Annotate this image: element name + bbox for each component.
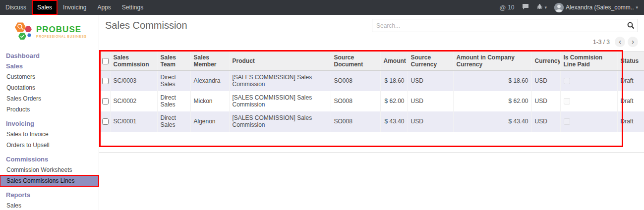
cell-product: [SALES COMMISSION] Sales Commission — [229, 71, 331, 91]
select-all-cell — [99, 52, 110, 71]
sidebar-item-sales-to-invoice[interactable]: Sales to Invoice — [0, 129, 99, 140]
mentions-button[interactable]: @ 10 — [500, 4, 515, 11]
cell-amount-company: $ 62.00 — [453, 91, 531, 111]
cell-amount: $ 62.00 — [380, 91, 408, 111]
cell-amount: $ 18.60 — [380, 71, 408, 91]
table-row[interactable]: SC/0003 Direct Sales Alexandra [SALES CO… — [99, 71, 644, 91]
debug-menu-button[interactable]: ▾ — [536, 3, 547, 11]
search-icon[interactable] — [627, 22, 635, 31]
app-logo[interactable]: PROBUSE PROFESSIONAL BUSINESS — [0, 15, 99, 48]
pager-next-button[interactable]: › — [628, 37, 638, 47]
cell-source-document: SO008 — [331, 71, 380, 91]
control-panel: Sales Commission — [99, 15, 644, 34]
cell-product: [SALES COMMISSION] Sales Commission — [229, 111, 331, 132]
topbar-menu-apps[interactable]: Apps — [92, 0, 116, 15]
messages-button[interactable] — [522, 3, 529, 11]
column-header-source-currency[interactable]: Source Currency — [408, 52, 453, 71]
sidebar-nav: Dashboard Sales Customers Quotations Sal… — [0, 51, 99, 210]
column-header-status[interactable]: Status — [617, 52, 644, 71]
is-commission-paid-checkbox — [564, 78, 570, 84]
search-input[interactable] — [372, 19, 638, 32]
sidebar: PROBUSE PROFESSIONAL BUSINESS Dashboard … — [0, 15, 99, 210]
topbar-menus: Discuss Sales Invoicing Apps Settings — [0, 0, 149, 15]
user-menu[interactable]: Alexandra (Sales_comm.. ▾ — [554, 3, 638, 12]
bug-icon — [536, 3, 543, 11]
select-all-checkbox[interactable] — [102, 58, 109, 64]
sidebar-heading-invoicing[interactable]: Invoicing — [0, 118, 99, 129]
sidebar-item-sales-orders[interactable]: Sales Orders — [0, 93, 99, 104]
logo-tagline: PROFESSIONAL BUSINESS — [36, 35, 87, 38]
column-header-product[interactable]: Product — [229, 52, 331, 71]
sidebar-item-quotations[interactable]: Quotations — [0, 82, 99, 93]
topbar-menu-sales[interactable]: Sales — [32, 0, 58, 15]
chat-bubble-icon — [522, 3, 529, 11]
sidebar-heading-sales[interactable]: Sales — [0, 61, 99, 71]
at-mention-icon: @ — [500, 4, 506, 11]
search-box — [372, 19, 638, 32]
page-title: Sales Commission — [105, 20, 187, 31]
caret-down-icon: ▾ — [636, 5, 638, 10]
column-header-amount-company-currency[interactable]: Amount in Company Currency — [453, 52, 531, 71]
caret-down-icon: ▾ — [545, 5, 547, 10]
sidebar-item-customers[interactable]: Customers — [0, 71, 99, 82]
cell-currency: USD — [531, 111, 560, 132]
cell-sales-member: Mickon — [190, 91, 229, 111]
column-header-sales-team[interactable]: Sales Team — [157, 52, 190, 71]
cell-sales-commission: SC/0001 — [110, 111, 157, 132]
cell-amount-company: $ 43.40 — [453, 111, 531, 132]
topbar: Discuss Sales Invoicing Apps Settings @ … — [0, 0, 644, 15]
logo-hexagons-icon — [13, 21, 33, 43]
cell-sales-team: Direct Sales — [157, 111, 190, 132]
cell-source-document: SO008 — [331, 91, 380, 111]
topbar-menu-discuss[interactable]: Discuss — [0, 0, 32, 15]
sidebar-item-reports-sales[interactable]: Sales — [0, 200, 99, 210]
cell-product: [SALES COMMISSION] Sales Commission — [229, 91, 331, 111]
cell-source-document: SO008 — [331, 111, 380, 132]
mention-count: 10 — [508, 4, 514, 11]
table-header-row: Sales Commission Sales Team Sales Member… — [99, 52, 644, 71]
row-select-checkbox[interactable] — [102, 78, 109, 84]
logo-brand-text: PROBUSE — [36, 25, 87, 34]
pager: 1-3 / 3 ‹ › — [99, 34, 644, 51]
cell-status: Draft — [617, 71, 644, 91]
column-header-is-commission-line-paid[interactable]: Is Commision Line Paid — [560, 52, 617, 71]
cell-status: Draft — [617, 111, 644, 132]
sidebar-item-products[interactable]: Products — [0, 104, 99, 115]
column-header-sales-member[interactable]: Sales Member — [190, 52, 229, 71]
cell-sales-commission: SC/0003 — [110, 71, 157, 91]
main-content: Sales Commission 1-3 / 3 ‹ › Sa — [99, 15, 644, 210]
sidebar-item-sales-commissions-lines[interactable]: Sales Commissions Lines — [0, 175, 99, 186]
cell-sales-team: Direct Sales — [157, 71, 190, 91]
cell-amount: $ 43.40 — [380, 111, 408, 132]
row-select-checkbox[interactable] — [102, 118, 109, 125]
cell-source-currency: USD — [408, 91, 453, 111]
is-commission-paid-checkbox — [564, 98, 570, 105]
cell-amount-company: $ 18.60 — [453, 71, 531, 91]
sidebar-heading-reports[interactable]: Reports — [0, 190, 99, 200]
pager-range[interactable]: 1-3 / 3 — [593, 39, 610, 46]
cell-sales-member: Alexandra — [190, 71, 229, 91]
cell-source-currency: USD — [408, 71, 453, 91]
column-header-amount[interactable]: Amount — [380, 52, 408, 71]
cell-status: Draft — [617, 91, 644, 111]
topbar-menu-settings[interactable]: Settings — [117, 0, 149, 15]
row-select-checkbox[interactable] — [102, 98, 109, 105]
cell-source-currency: USD — [408, 111, 453, 132]
table-row[interactable]: SC/0001 Direct Sales Algenon [SALES COMM… — [99, 111, 644, 132]
sidebar-heading-commissions[interactable]: Commissions — [0, 154, 99, 164]
table-row[interactable]: SC/0002 Direct Sales Mickon [SALES COMMI… — [99, 91, 644, 111]
sidebar-item-orders-to-upsell[interactable]: Orders to Upsell — [0, 140, 99, 151]
column-header-currency[interactable]: Currency — [531, 52, 560, 71]
table-footer-space — [99, 132, 644, 153]
sidebar-heading-dashboard[interactable]: Dashboard — [0, 51, 99, 61]
column-header-source-document[interactable]: Source Document — [331, 52, 380, 71]
topbar-menu-invoicing[interactable]: Invoicing — [58, 0, 92, 15]
is-commission-paid-checkbox — [564, 118, 570, 125]
cell-sales-member: Algenon — [190, 111, 229, 132]
user-avatar — [554, 3, 564, 12]
topbar-right: @ 10 ▾ Alexandra (Sales_comm.. ▾ — [500, 0, 644, 15]
column-header-sales-commission[interactable]: Sales Commission — [110, 52, 157, 71]
pager-previous-button[interactable]: ‹ — [615, 37, 625, 47]
cell-sales-team: Direct Sales — [157, 91, 190, 111]
sidebar-item-commission-worksheets[interactable]: Commission Worksheets — [0, 164, 99, 175]
